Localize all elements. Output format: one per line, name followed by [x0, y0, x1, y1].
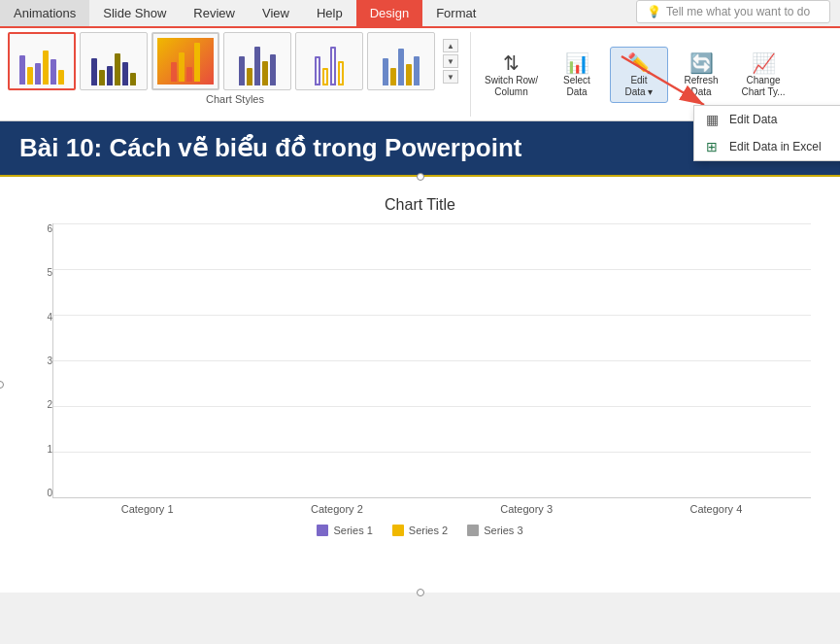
tab-review[interactable]: Review — [180, 0, 249, 26]
chart-container: Chart Title 0 1 2 3 4 5 6 — [0, 175, 840, 593]
tab-help[interactable]: Help — [303, 0, 356, 26]
chart-legend: Series 1 Series 2 Series 3 — [29, 525, 811, 536]
x-label-cat2: Category 2 — [311, 503, 363, 515]
x-label-cat4: Category 4 — [689, 503, 742, 515]
legend-series3-color — [467, 525, 479, 536]
ribbon-right-section: ⇅ Switch Row/Column 📊 SelectData ✏️ Edit… — [470, 32, 800, 117]
grid-icon: ▦ — [706, 112, 722, 127]
edit-data-excel-menu-label: Edit Data in Excel — [729, 140, 822, 153]
y-label-5: 5 — [29, 267, 52, 278]
chart-plot-area: 0 1 2 3 4 5 6 — [29, 223, 811, 515]
legend-series1-label: Series 1 — [333, 525, 372, 536]
y-label-6: 6 — [29, 223, 52, 234]
scroll-down-arrow[interactable]: ▼ — [443, 54, 458, 68]
x-label-cat1: Category 1 — [121, 503, 174, 515]
chart-styles-row: ▲ ▼ ▼ — [8, 32, 462, 90]
legend-series2-label: Series 2 — [409, 525, 448, 536]
change-chart-type-icon: 📈 — [752, 51, 776, 75]
chart-inner: 0 1 2 3 4 5 6 — [29, 223, 811, 498]
lightbulb-icon: 💡 — [647, 5, 661, 18]
tab-design[interactable]: Design — [356, 0, 422, 26]
switch-row-col-button[interactable]: ⇅ Switch Row/Column — [479, 48, 544, 102]
excel-icon: ⊞ — [706, 139, 722, 154]
edit-data-excel-menu-item[interactable]: ⊞ Edit Data in Excel — [694, 133, 840, 160]
tab-format[interactable]: Format — [422, 0, 489, 26]
select-data-button[interactable]: 📊 SelectData — [548, 48, 606, 102]
scroll-up-arrow[interactable]: ▲ — [443, 39, 458, 52]
legend-series1-color — [317, 525, 328, 536]
scroll-expand-arrow[interactable]: ▼ — [443, 70, 458, 84]
change-chart-type-button[interactable]: 📈 ChangeChart Ty... — [734, 48, 792, 102]
y-label-0: 0 — [29, 488, 52, 498]
chart-style-5[interactable] — [295, 32, 363, 90]
select-data-icon: 📊 — [565, 51, 589, 75]
y-axis: 0 1 2 3 4 5 6 — [29, 223, 52, 498]
y-label-1: 1 — [29, 444, 52, 455]
edit-data-button[interactable]: ✏️ EditData ▾ — [610, 47, 668, 103]
legend-series3: Series 3 — [467, 525, 522, 536]
legend-series2-color — [392, 525, 404, 536]
change-chart-type-label: ChangeChart Ty... — [741, 75, 785, 98]
tab-animations[interactable]: Animations — [0, 0, 89, 26]
x-axis-labels: Category 1 Category 2 Category 3 Categor… — [29, 503, 811, 515]
y-label-4: 4 — [29, 312, 52, 322]
chart-style-2[interactable] — [80, 32, 148, 90]
y-label-2: 2 — [29, 399, 52, 410]
tab-slideshow[interactable]: Slide Show — [89, 0, 180, 26]
legend-series1: Series 1 — [317, 525, 372, 536]
edit-data-menu-item[interactable]: ▦ Edit Data — [694, 106, 840, 133]
chart-style-3[interactable] — [151, 32, 219, 90]
top-handle[interactable] — [417, 173, 424, 181]
refresh-data-button[interactable]: 🔄 RefreshData — [672, 48, 730, 102]
bars-container — [53, 223, 811, 497]
edit-data-menu-label: Edit Data — [729, 113, 777, 126]
x-label-cat3: Category 3 — [500, 503, 553, 515]
chart-styles-group: ▲ ▼ ▼ Chart Styles — [8, 32, 462, 117]
left-handle[interactable] — [0, 381, 4, 389]
ribbon-search-bar[interactable]: 💡 Tell me what you want to do — [636, 0, 830, 23]
switch-row-col-icon: ⇅ — [503, 51, 520, 75]
edit-data-icon: ✏️ — [627, 51, 652, 75]
ribbon-search-text: Tell me what you want to do — [666, 5, 810, 18]
edit-data-dropdown: ▦ Edit Data ⊞ Edit Data in Excel — [693, 105, 840, 161]
chart-plot — [52, 223, 811, 498]
legend-series2: Series 2 — [392, 525, 448, 536]
y-label-3: 3 — [29, 356, 52, 366]
refresh-data-label: RefreshData — [685, 75, 719, 98]
chart-style-4[interactable] — [223, 32, 291, 90]
chart-styles-label: Chart Styles — [206, 93, 264, 105]
chart-title: Chart Title — [29, 196, 811, 214]
tab-view[interactable]: View — [249, 0, 303, 26]
legend-series3-label: Series 3 — [484, 525, 522, 536]
edit-data-label: EditData ▾ — [625, 75, 654, 98]
chart-style-1[interactable] — [8, 32, 76, 90]
switch-row-col-label: Switch Row/Column — [485, 75, 538, 98]
bottom-handle[interactable] — [417, 589, 424, 596]
refresh-data-icon: 🔄 — [689, 51, 714, 75]
slide-title: Bài 10: Cách vẽ biểu đồ trong Powerpoint — [19, 133, 522, 162]
chart-style-6[interactable] — [367, 32, 435, 90]
scroll-arrows: ▲ ▼ ▼ — [439, 39, 462, 84]
ribbon-tabs: Animations Slide Show Review View Help D… — [0, 0, 840, 28]
select-data-label: SelectData — [563, 75, 590, 98]
